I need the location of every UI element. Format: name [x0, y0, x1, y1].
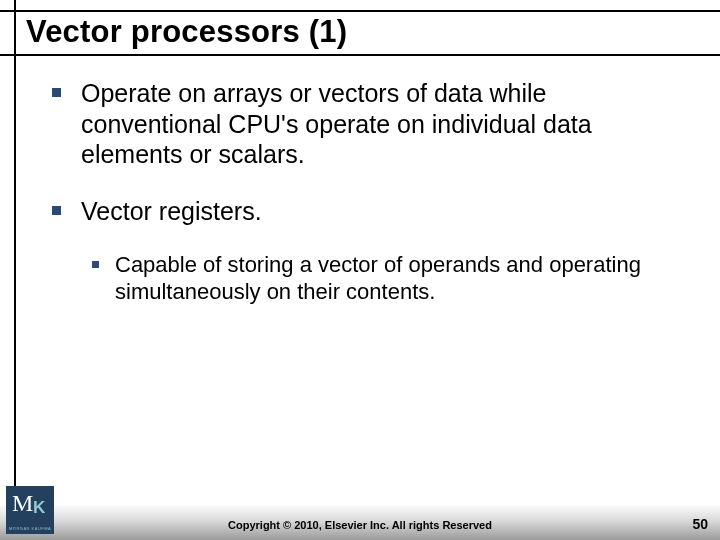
bullet-square-icon [92, 261, 99, 268]
bullet-text: Vector registers. [81, 196, 262, 227]
rule-left [14, 0, 16, 506]
logo-letter-m: M [12, 490, 33, 517]
page-number: 50 [692, 516, 708, 532]
slide-title: Vector processors (1) [26, 14, 347, 50]
copyright-text: Copyright © 2010, Elsevier Inc. All righ… [0, 519, 720, 531]
bullet-sublist: Capable of storing a vector of operands … [92, 252, 692, 306]
logo-letter-k: K [33, 498, 45, 518]
bullet-text: Capable of storing a vector of operands … [115, 252, 692, 306]
bullet-square-icon [52, 206, 61, 215]
bullet-level2: Capable of storing a vector of operands … [92, 252, 692, 306]
bullet-level1: Operate on arrays or vectors of data whi… [52, 78, 692, 170]
rule-top [0, 10, 720, 12]
slide-body: Operate on arrays or vectors of data whi… [52, 78, 692, 314]
bullet-square-icon [52, 88, 61, 97]
footer: M K MORGAN KAUFMANN Copyright © 2010, El… [0, 506, 720, 540]
bullet-text: Operate on arrays or vectors of data whi… [81, 78, 692, 170]
slide: Vector processors (1) Operate on arrays … [0, 0, 720, 540]
bullet-level1: Vector registers. [52, 196, 692, 227]
rule-under-title [0, 54, 720, 56]
